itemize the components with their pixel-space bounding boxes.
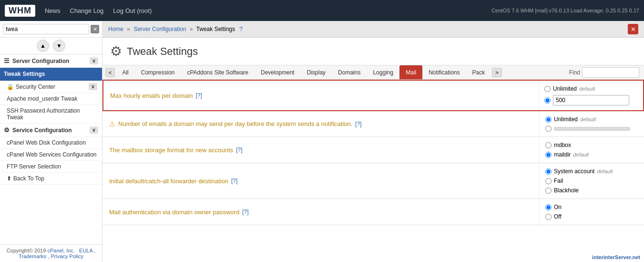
mail-auth-help[interactable]: [?] bbox=[242, 209, 248, 215]
server-config-expand[interactable]: ∨ bbox=[90, 57, 98, 64]
sidebar-footer: Copyright© 2019 cPanel, Inc. EULA , Trad… bbox=[0, 244, 102, 262]
max-hourly-value-input[interactable] bbox=[553, 95, 629, 105]
active-item-label: Tweak Settings bbox=[4, 71, 45, 77]
page-title: Tweak Settings bbox=[127, 45, 198, 58]
settings-control-mailbox-format: mdbox maildir default bbox=[539, 137, 644, 163]
tab-mail[interactable]: Mail bbox=[399, 65, 422, 79]
page-header-icon: ⚙ bbox=[110, 43, 122, 59]
unlimited-radio-row: Unlimited default bbox=[544, 85, 637, 92]
sidebar-down-arrow[interactable]: ▼ bbox=[53, 40, 65, 52]
nav-logout[interactable]: Log Out (root) bbox=[113, 7, 152, 14]
settings-content: Max hourly emails per domain [?] Unlimit… bbox=[102, 80, 644, 225]
tab-cpaddons[interactable]: cPAddons Site Software bbox=[181, 65, 255, 79]
fail-label: Fail bbox=[554, 178, 563, 184]
footer-trademarks-link[interactable]: Trademarks bbox=[19, 253, 46, 259]
footer-privacy-link[interactable]: Privacy Policy bbox=[51, 253, 83, 259]
fail-radio[interactable] bbox=[545, 178, 552, 184]
sidebar-item-ftp-server[interactable]: FTP Server Selection bbox=[0, 161, 102, 173]
settings-row-mail-auth: Mail authentication via domain owner pas… bbox=[102, 199, 644, 225]
breadcrumb-home[interactable]: Home bbox=[108, 26, 123, 32]
tab-all[interactable]: All bbox=[116, 65, 134, 79]
system-account-radio[interactable] bbox=[545, 168, 552, 175]
footer-eula-link[interactable]: EULA bbox=[79, 248, 92, 253]
service-config-expand[interactable]: ∨ bbox=[90, 126, 98, 134]
forwarder-help[interactable]: [?] bbox=[231, 178, 237, 184]
settings-row-forwarder: Initial default/catch-all forwarder dest… bbox=[102, 163, 644, 199]
tab-compression[interactable]: Compression bbox=[135, 65, 181, 79]
find-input[interactable] bbox=[582, 67, 639, 78]
breadcrumb-current: Tweak Settings bbox=[196, 26, 235, 32]
sidebar-item-cpanel-webservices[interactable]: cPanel Web Services Configuration bbox=[0, 149, 102, 161]
value-radio-row bbox=[544, 95, 637, 105]
emails-per-day-help[interactable]: [?] bbox=[355, 121, 361, 127]
settings-label-max-hourly: Max hourly emails per domain [?] bbox=[103, 81, 538, 110]
footer-copy: Copyright© 2019 bbox=[7, 248, 46, 253]
blackhole-row: Blackhole bbox=[545, 187, 638, 194]
ftp-server-label: FTP Server Selection bbox=[7, 163, 61, 170]
mdbox-row: mdbox bbox=[545, 142, 638, 148]
back-to-top-icon: ⬆ bbox=[7, 175, 11, 182]
sidebar-item-cpanel-webdisk[interactable]: cPanel Web Disk Configuration bbox=[0, 137, 102, 149]
fail-row: Fail bbox=[545, 178, 638, 184]
on-row: On bbox=[545, 204, 638, 210]
settings-row-mailbox-format: The mailbox storage format for new accou… bbox=[102, 137, 644, 163]
whm-logo: WHM bbox=[5, 5, 35, 17]
breadcrumb-help-icon[interactable]: ? bbox=[239, 26, 243, 32]
emails-unlimited-label: Unlimited bbox=[554, 116, 578, 123]
sidebar-search-clear-button[interactable]: ✕ bbox=[91, 25, 99, 33]
tabs-right-arrow[interactable]: > bbox=[492, 68, 501, 77]
sidebar-item-apache-mod[interactable]: Apache mod_userdir Tweak bbox=[0, 93, 102, 105]
tab-display[interactable]: Display bbox=[301, 65, 332, 79]
sidebar-item-security-center[interactable]: 🔒 Security Center ∨ bbox=[0, 81, 102, 93]
unlimited-default-tag: default bbox=[579, 86, 595, 92]
off-radio[interactable] bbox=[545, 214, 552, 220]
emails-unlimited-radio[interactable] bbox=[545, 116, 552, 123]
tab-notifications[interactable]: Notifications bbox=[422, 65, 466, 79]
sidebar-search-input[interactable] bbox=[3, 24, 89, 34]
off-row: Off bbox=[545, 213, 638, 220]
unlimited-radio[interactable] bbox=[544, 86, 551, 92]
tab-development[interactable]: Development bbox=[255, 65, 301, 79]
mailbox-format-text: The mailbox storage format for new accou… bbox=[109, 147, 233, 154]
find-label: Find bbox=[569, 69, 580, 76]
breadcrumb-server-config[interactable]: Server Configuration bbox=[133, 26, 186, 32]
settings-label-emails-per-day: ⚠ Number of emails a domain may send per… bbox=[102, 111, 539, 136]
on-radio[interactable] bbox=[545, 204, 552, 210]
settings-row-emails-per-day: ⚠ Number of emails a domain may send per… bbox=[102, 111, 644, 137]
sidebar-item-service-configuration[interactable]: ⚙ Service Configuration ∨ bbox=[0, 124, 102, 137]
main-content: Home » Server Configuration » Tweak Sett… bbox=[102, 21, 644, 262]
max-hourly-help[interactable]: [?] bbox=[195, 92, 202, 99]
mailbox-format-help[interactable]: [?] bbox=[236, 147, 242, 153]
server-config-icon: ☰ bbox=[4, 57, 10, 64]
forwarder-text: Initial default/catch-all forwarder dest… bbox=[109, 178, 228, 185]
nav-news[interactable]: News bbox=[45, 7, 61, 14]
ssh-password-label: SSH Password Authorization Tweak bbox=[7, 107, 80, 121]
footer-cpanel-link[interactable]: cPanel, Inc. bbox=[47, 248, 74, 253]
sidebar-item-server-configuration[interactable]: ☰ Server Configuration ∨ bbox=[0, 54, 102, 68]
sidebar-item-ssh-password[interactable]: SSH Password Authorization Tweak bbox=[0, 105, 102, 124]
tab-pack[interactable]: Pack bbox=[466, 65, 491, 79]
mail-auth-text: Mail authentication via domain owner pas… bbox=[109, 209, 239, 216]
navbar-status: CentOS 7.6 WHM [mail] v76.0.13 Load Aver… bbox=[491, 8, 639, 13]
sidebar-up-arrow[interactable]: ▲ bbox=[37, 40, 49, 52]
on-label: On bbox=[554, 204, 562, 210]
settings-control-emails-per-day: Unlimited default bbox=[539, 111, 644, 136]
security-center-expand[interactable]: ∨ bbox=[89, 83, 97, 90]
service-config-label: Service Configuration bbox=[12, 127, 72, 134]
max-hourly-text: Max hourly emails per domain bbox=[110, 92, 193, 99]
breadcrumb-sep-2: » bbox=[190, 26, 193, 32]
maildir-radio[interactable] bbox=[545, 152, 552, 158]
breadcrumb-close-button[interactable]: ✕ bbox=[628, 24, 638, 34]
system-account-default: default bbox=[597, 168, 613, 174]
nav-changelog[interactable]: Change Log bbox=[70, 7, 104, 14]
blackhole-radio[interactable] bbox=[545, 188, 552, 194]
tabs-left-arrow[interactable]: < bbox=[105, 68, 115, 77]
mdbox-radio[interactable] bbox=[545, 142, 552, 148]
tab-domains[interactable]: Domains bbox=[332, 65, 367, 79]
emails-value-radio[interactable] bbox=[545, 126, 552, 132]
sidebar-item-back-to-top[interactable]: ⬆ Back To Top bbox=[0, 173, 102, 185]
value-radio[interactable] bbox=[544, 97, 551, 104]
tab-logging[interactable]: Logging bbox=[367, 65, 399, 79]
maildir-row: maildir default bbox=[545, 151, 638, 158]
page-header: ⚙ Tweak Settings bbox=[102, 38, 644, 65]
